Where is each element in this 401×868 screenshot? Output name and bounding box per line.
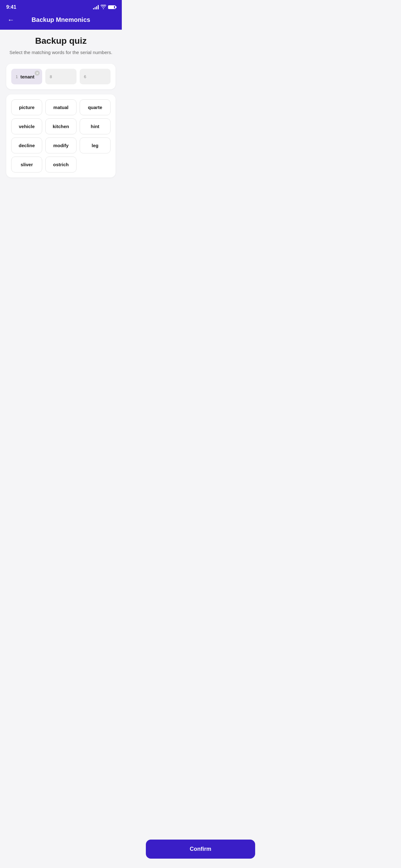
header-title: Backup Mnemonics [32,16,90,24]
word-button-vehicle[interactable]: vehicle [11,118,42,134]
word-button-matual[interactable]: matual [45,99,76,115]
word-button-quarte[interactable]: quarte [80,99,110,115]
words-grid: picture matual quarte vehicle kitchen hi… [11,99,110,173]
word-button-picture[interactable]: picture [11,99,42,115]
status-icons [93,5,115,10]
word-button-hint[interactable]: hint [80,118,110,134]
header: ← Backup Mnemonics [0,13,122,30]
status-time: 9:41 [6,4,16,10]
word-button-kitchen[interactable]: kitchen [45,118,76,134]
slot-1[interactable]: 1 tenant ✕ [11,69,42,84]
word-button-sliver[interactable]: sliver [11,157,42,173]
quiz-subtitle: Select the matching words for the serial… [6,50,115,55]
words-container: picture matual quarte vehicle kitchen hi… [6,94,115,178]
quiz-title: Backup quiz [6,36,115,46]
slot-3-number: 6 [84,74,86,79]
word-button-leg[interactable]: leg [80,137,110,153]
word-button-ostrich[interactable]: ostrich [45,157,76,173]
slots-container: 1 tenant ✕ 8 6 [6,64,115,89]
slot-3[interactable]: 6 [80,69,110,84]
word-button-modify[interactable]: modify [45,137,76,153]
slot-2-number: 8 [49,74,52,79]
wifi-icon [101,5,106,10]
slot-1-number: 1 [15,74,18,79]
status-bar: 9:41 [0,0,122,13]
battery-icon [108,5,115,9]
slot-1-clear-button[interactable]: ✕ [35,71,40,75]
slot-1-word: tenant [20,74,34,80]
back-button[interactable]: ← [6,15,15,25]
main-content: Backup quiz Select the matching words fo… [0,27,122,245]
word-button-decline[interactable]: decline [11,137,42,153]
signal-icon [93,5,99,9]
slot-2[interactable]: 8 [45,69,76,84]
